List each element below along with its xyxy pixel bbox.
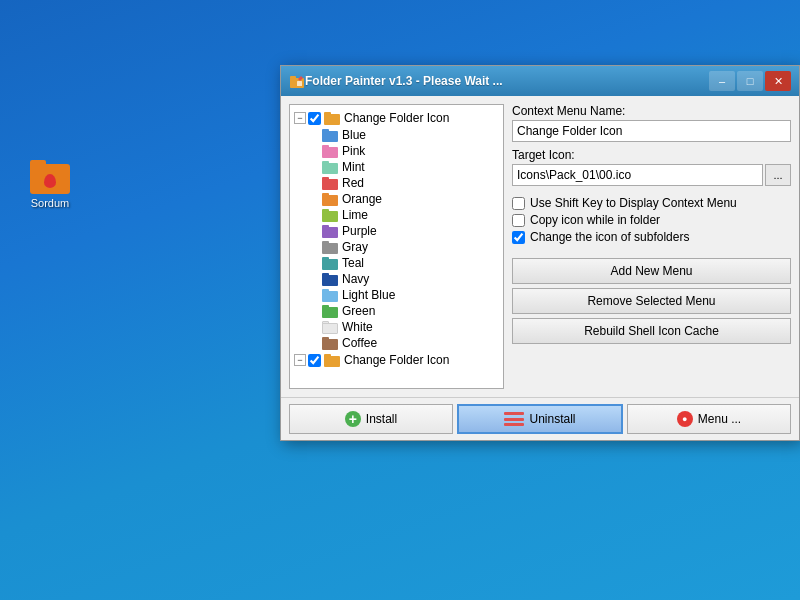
tree-children: Blue Pink [290,127,503,351]
tree-root-folder-icon [324,112,340,125]
menu-button[interactable]: ● Menu ... [627,404,791,434]
target-icon-label: Target Icon: [512,148,791,162]
tree-item-coffee[interactable]: Coffee [318,335,503,351]
rebuild-cache-button[interactable]: Rebuild Shell Icon Cache [512,318,791,344]
tree-label-mint: Mint [342,160,365,174]
uninstall-icon [504,412,524,426]
svg-rect-2 [297,81,302,86]
menu-icon: ● [677,411,693,427]
svg-rect-1 [290,76,296,79]
tree-item-lime[interactable]: Lime [318,207,503,223]
tree-item-mint[interactable]: Mint [318,159,503,175]
tree-item-lightblue[interactable]: Light Blue [318,287,503,303]
folder-icon-navy [322,273,338,286]
install-button[interactable]: + Install [289,404,453,434]
folder-icon-orange [322,193,338,206]
folder-icon-mint [322,161,338,174]
action-buttons: Add New Menu Remove Selected Menu Rebuil… [512,258,791,344]
minimize-button[interactable]: – [709,71,735,91]
folder-icon-img [30,160,70,194]
browse-button[interactable]: ... [765,164,791,186]
bottom-bar: + Install Uninstall ● Menu ... [281,397,799,440]
folder-icon-purple [322,225,338,238]
tree-label-blue: Blue [342,128,366,142]
folder-icon-red [322,177,338,190]
tree-root-item-2[interactable]: − Change Folder Icon [290,351,503,369]
tree-root-2-checkbox[interactable] [308,354,321,367]
tree-label-lime: Lime [342,208,368,222]
folder-icon-coffee [322,337,338,350]
title-controls: – □ ✕ [709,71,791,91]
tree-item-green[interactable]: Green [318,303,503,319]
tree-expand-icon-2[interactable]: − [294,354,306,366]
tree-panel[interactable]: − Change Folder Icon [289,104,504,389]
tree-item-purple[interactable]: Purple [318,223,503,239]
tree-item-navy[interactable]: Navy [318,271,503,287]
tree-expand-icon[interactable]: − [294,112,306,124]
tree-label-gray: Gray [342,240,368,254]
folder-icon-pink [322,145,338,158]
close-button[interactable]: ✕ [765,71,791,91]
folder-icon-white [322,321,338,334]
tree-item-pink[interactable]: Pink [318,143,503,159]
checkbox-shift-key[interactable]: Use Shift Key to Display Context Menu [512,196,791,210]
tree-label-green: Green [342,304,375,318]
checkbox-group: Use Shift Key to Display Context Menu Co… [512,196,791,244]
title-bar: Folder Painter v1.3 - Please Wait ... – … [281,66,799,96]
tree-label-red: Red [342,176,364,190]
folder-icon-green [322,305,338,318]
desktop-icon-label: Sordum [31,197,70,209]
tree-root-item[interactable]: − Change Folder Icon [290,109,503,127]
app-icon [289,73,305,89]
plus-icon: + [345,411,361,427]
tree-item-teal[interactable]: Teal [318,255,503,271]
checkbox-subfolders-label: Change the icon of subfolders [530,230,689,244]
desktop-icon-sordum[interactable]: Sordum [18,160,82,209]
checkbox-shift-key-input[interactable] [512,197,525,210]
install-label: Install [366,412,397,426]
checkbox-subfolders-input[interactable] [512,231,525,244]
folder-icon-teal [322,257,338,270]
tree-root-label: Change Folder Icon [344,111,449,125]
window-title: Folder Painter v1.3 - Please Wait ... [305,74,709,88]
tree-label-navy: Navy [342,272,369,286]
context-menu-field-group: Context Menu Name: [512,104,791,142]
tree-label-white: White [342,320,373,334]
remove-selected-button[interactable]: Remove Selected Menu [512,288,791,314]
checkbox-shift-key-label: Use Shift Key to Display Context Menu [530,196,737,210]
desktop: Sordum Folder Painter v1.3 - Please Wait… [0,0,800,600]
tree-label-teal: Teal [342,256,364,270]
tree-label-coffee: Coffee [342,336,377,350]
folder-icon-lime [322,209,338,222]
window-content: − Change Folder Icon [281,96,799,397]
tree-item-white[interactable]: White [318,319,503,335]
tree-item-red[interactable]: Red [318,175,503,191]
uninstall-button[interactable]: Uninstall [457,404,623,434]
tree-item-orange[interactable]: Orange [318,191,503,207]
checkbox-subfolders[interactable]: Change the icon of subfolders [512,230,791,244]
folder-shape [30,164,70,194]
tree-label-purple: Purple [342,224,377,238]
folder-drop [44,174,56,188]
tree-root-2-label: Change Folder Icon [344,353,449,367]
maximize-button[interactable]: □ [737,71,763,91]
tree-item-gray[interactable]: Gray [318,239,503,255]
tree-scroll-area: − Change Folder Icon [290,105,503,373]
target-icon-input[interactable] [512,164,763,186]
tree-label-orange: Orange [342,192,382,206]
tree-label-lightblue: Light Blue [342,288,395,302]
add-new-menu-button[interactable]: Add New Menu [512,258,791,284]
tree-root-checkbox[interactable] [308,112,321,125]
menu-label: Menu ... [698,412,741,426]
folder-icon-lightblue [322,289,338,302]
target-icon-input-group: ... [512,164,791,186]
tree-item-blue[interactable]: Blue [318,127,503,143]
tree-root-2-folder-icon [324,354,340,367]
target-icon-field-group: Target Icon: ... [512,148,791,186]
checkbox-copy-icon-input[interactable] [512,214,525,227]
context-menu-input[interactable] [512,120,791,142]
context-menu-label: Context Menu Name: [512,104,791,118]
uninstall-label: Uninstall [529,412,575,426]
tree-label-pink: Pink [342,144,365,158]
checkbox-copy-icon[interactable]: Copy icon while in folder [512,213,791,227]
